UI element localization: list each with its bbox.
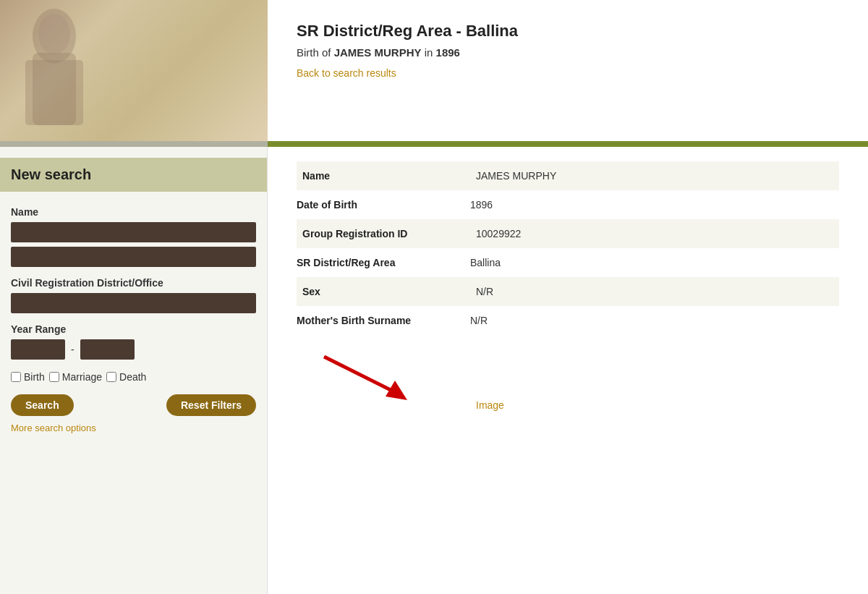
field-value: N/R <box>470 277 839 306</box>
image-row: Image <box>297 349 839 411</box>
year-separator: - <box>71 344 75 355</box>
table-row: Group Registration ID10029922 <box>297 219 839 248</box>
green-bar-right <box>268 141 868 147</box>
subtitle-year: 1896 <box>436 46 460 59</box>
svg-point-2 <box>38 14 70 54</box>
svg-line-4 <box>324 357 396 393</box>
field-value: 1896 <box>470 190 839 219</box>
subtitle-prefix: Birth of <box>297 46 334 59</box>
table-row: Date of Birth1896 <box>297 190 839 219</box>
field-label: SR District/Reg Area <box>297 248 470 277</box>
green-bar-left <box>0 141 268 147</box>
event-type-checkboxes: Birth Marriage Death <box>11 371 256 383</box>
image-link[interactable]: Image <box>476 399 504 411</box>
name-input-2[interactable] <box>11 247 256 267</box>
name-field-label: Name <box>11 206 256 218</box>
back-to-results-link[interactable]: Back to search results <box>297 67 839 79</box>
svg-rect-3 <box>33 53 76 125</box>
field-label: Group Registration ID <box>297 219 470 248</box>
table-row: NameJAMES MURPHY <box>297 161 839 190</box>
search-button[interactable]: Search <box>11 394 74 416</box>
subtitle-suffix: in <box>422 46 436 59</box>
page-wrapper: SR District/Reg Area - Ballina Birth of … <box>0 0 868 594</box>
death-checkbox[interactable] <box>106 372 116 382</box>
field-value: N/R <box>470 306 839 335</box>
detail-panel: NameJAMES MURPHYDate of Birth1896Group R… <box>268 147 868 594</box>
death-label: Death <box>119 371 146 383</box>
field-label: Name <box>297 161 470 190</box>
sidebar: New search Name Civil Registration Distr… <box>0 147 268 594</box>
green-divider <box>0 141 868 147</box>
field-label: Mother's Birth Surname <box>297 306 470 335</box>
new-search-banner: New search <box>0 158 267 192</box>
civil-reg-label: Civil Registration District/Office <box>11 277 256 289</box>
birth-checkbox[interactable] <box>11 372 21 382</box>
header-info: SR District/Reg Area - Ballina Birth of … <box>268 0 868 141</box>
field-value: Ballina <box>470 248 839 277</box>
field-value: JAMES MURPHY <box>470 161 839 190</box>
record-table: NameJAMES MURPHYDate of Birth1896Group R… <box>297 161 839 335</box>
new-search-label: New search <box>11 166 91 182</box>
year-from-input[interactable] <box>11 339 65 360</box>
header: SR District/Reg Area - Ballina Birth of … <box>0 0 868 141</box>
death-checkbox-item: Death <box>106 371 146 383</box>
marriage-label: Marriage <box>62 371 102 383</box>
year-range-row: - <box>11 339 256 360</box>
page-title: SR District/Reg Area - Ballina <box>297 22 839 41</box>
header-portrait-area <box>0 0 268 141</box>
table-row: Mother's Birth SurnameN/R <box>297 306 839 335</box>
birth-label: Birth <box>24 371 45 383</box>
birth-checkbox-item: Birth <box>11 371 45 383</box>
field-label: Sex <box>297 277 470 306</box>
marriage-checkbox-item: Marriage <box>49 371 102 383</box>
table-row: SR District/Reg AreaBallina <box>297 248 839 277</box>
action-buttons: Search Reset Filters <box>11 394 256 416</box>
portrait-image <box>7 4 101 130</box>
civil-reg-input[interactable] <box>11 293 256 313</box>
reset-filters-button[interactable]: Reset Filters <box>166 394 256 416</box>
field-label: Date of Birth <box>297 190 470 219</box>
main-content: New search Name Civil Registration Distr… <box>0 147 868 594</box>
field-value: 10029922 <box>470 219 839 248</box>
table-row: SexN/R <box>297 277 839 306</box>
more-search-options-link[interactable]: More search options <box>11 423 96 433</box>
marriage-checkbox[interactable] <box>49 372 59 382</box>
year-to-input[interactable] <box>80 339 135 360</box>
record-subtitle: Birth of JAMES MURPHY in 1896 <box>297 46 839 59</box>
name-input-1[interactable] <box>11 222 256 242</box>
year-range-label: Year Range <box>11 323 256 335</box>
red-arrow-icon <box>302 353 447 404</box>
subtitle-name: JAMES MURPHY <box>334 46 422 59</box>
arrow-container: Image <box>302 353 519 411</box>
